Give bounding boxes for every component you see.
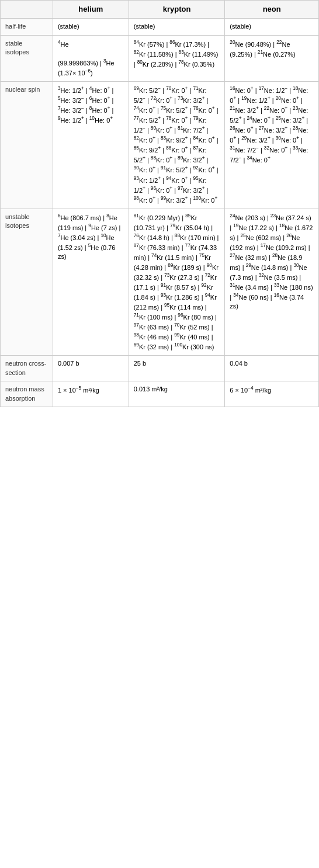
column-header-neon: neon bbox=[225, 1, 319, 19]
cell-neon: 16Ne: 0+ | 17Ne: 1/2− | 18Ne: 0+ | 19Ne:… bbox=[225, 82, 319, 209]
column-header-helium: helium bbox=[53, 1, 129, 19]
cell-neon: 6 × 10−4 m²/kg bbox=[225, 381, 319, 407]
cell-neon: (stable) bbox=[225, 19, 319, 35]
cell-neon: 20Ne (90.48%) | 22Ne (9.25%) | 21Ne (0.2… bbox=[225, 35, 319, 82]
row-label: unstable isotopes bbox=[1, 209, 53, 356]
cell-helium: 0.007 b bbox=[53, 356, 129, 381]
cell-helium: 6He (806.7 ms) | 8He (119 ms) | 9He (7 z… bbox=[53, 209, 129, 356]
column-header-krypton: krypton bbox=[129, 1, 225, 19]
cell-krypton: 81Kr (0.229 Myr) | 85Kr (10.731 yr) | 79… bbox=[129, 209, 225, 356]
row-label: neutron mass absorption bbox=[1, 381, 53, 407]
cell-krypton: 25 b bbox=[129, 356, 225, 381]
cell-krypton: 0.013 m²/kg bbox=[129, 381, 225, 407]
cell-krypton: (stable) bbox=[129, 19, 225, 35]
row-label: neutron cross-section bbox=[1, 356, 53, 381]
cell-helium: 3He: 1/2+ | 4He: 0+ | 5He: 3/2− | 6He: 0… bbox=[53, 82, 129, 209]
cell-krypton: 69Kr: 5/2− | 70Kr: 0+ | 71Kr: 5/2− | 72K… bbox=[129, 82, 225, 209]
cell-neon: 24Ne (203 s) | 23Ne (37.24 s) | 19Ne (17… bbox=[225, 209, 319, 356]
cell-helium: 1 × 10−5 m²/kg bbox=[53, 381, 129, 407]
cell-helium: (stable) bbox=[53, 19, 129, 35]
row-label: half-life bbox=[1, 19, 53, 35]
cell-krypton: 84Kr (57%) | 86Kr (17.3%) | 82Kr (11.58%… bbox=[129, 35, 225, 82]
cell-neon: 0.04 b bbox=[225, 356, 319, 381]
column-header-label bbox=[1, 1, 53, 19]
row-label: nuclear spin bbox=[1, 82, 53, 209]
row-label: stable isotopes bbox=[1, 35, 53, 82]
cell-helium: 4He(99.999863%) | 3He (1.37× 10−6) bbox=[53, 35, 129, 82]
